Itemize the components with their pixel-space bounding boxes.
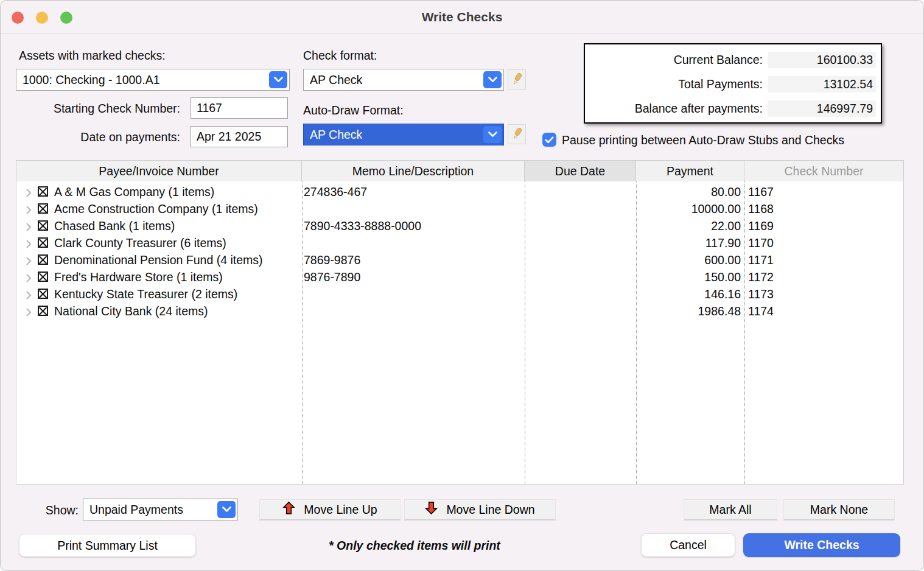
write-checks-window: Write Checks Assets with marked checks: … — [0, 0, 924, 571]
traffic-lights — [12, 12, 72, 24]
move-line-up-label: Move Line Up — [304, 503, 377, 517]
table-row[interactable]: Clark County Treasurer (6 items) 117.90 … — [16, 234, 903, 251]
column-header-memo[interactable]: Memo Line/Description — [302, 161, 525, 181]
payee-cell: Chased Bank (1 items) — [54, 217, 301, 234]
disclosure-chevron-icon[interactable] — [26, 306, 32, 320]
table-row[interactable]: Kentucky State Treasurer (2 items) 146.1… — [16, 286, 903, 303]
autodraw-format-label: Auto-Draw Format: — [303, 103, 404, 117]
print-summary-list-label: Print Summary List — [57, 539, 158, 553]
move-line-up-button[interactable]: Move Line Up — [259, 499, 401, 520]
starting-check-label: Starting Check Number: — [19, 102, 180, 116]
check-number-cell: 1168 — [748, 200, 870, 217]
total-payments-label: Total Payments: — [585, 77, 763, 91]
row-checked-checkbox[interactable] — [38, 254, 48, 265]
table-row[interactable]: Denominational Pension Fund (4 items) 78… — [16, 251, 903, 268]
disclosure-chevron-icon[interactable] — [26, 204, 32, 218]
table-row[interactable]: Fred's Hardware Store (1 items) 9876-789… — [16, 268, 903, 286]
current-balance-value: 160100.33 — [768, 52, 876, 68]
autodraw-format-select[interactable]: AP Check — [303, 124, 504, 145]
print-summary-list-button[interactable]: Print Summary List — [19, 534, 196, 557]
column-header-payment[interactable]: Payment — [636, 161, 744, 181]
payment-cell: 1986.48 — [636, 303, 741, 320]
payment-cell: 22.00 — [636, 217, 741, 234]
memo-cell: 7890-4333-8888-0000 — [304, 217, 523, 234]
disclosure-chevron-icon[interactable] — [26, 272, 32, 286]
due-date-cell — [528, 183, 632, 200]
row-checked-checkbox[interactable] — [38, 203, 48, 214]
date-on-payments-value: Apr 21 2025 — [197, 130, 261, 144]
move-line-down-button[interactable]: Move Line Down — [404, 499, 556, 520]
check-number-cell: 1173 — [748, 286, 870, 303]
starting-check-value: 1167 — [197, 101, 222, 115]
edit-autodraw-format-button[interactable] — [508, 124, 526, 144]
row-checked-checkbox[interactable] — [38, 186, 48, 197]
starting-check-input[interactable]: 1167 — [191, 97, 288, 119]
autodraw-format-value: AP Check — [310, 128, 362, 142]
mark-all-button[interactable]: Mark All — [684, 499, 777, 520]
row-checked-checkbox[interactable] — [38, 289, 48, 299]
minimize-window-button[interactable] — [36, 12, 48, 24]
pencil-icon — [511, 72, 523, 87]
zoom-window-button[interactable] — [60, 12, 72, 24]
cancel-button[interactable]: Cancel — [641, 533, 735, 557]
table-row[interactable]: A & M Gas Company (1 items) 274836-467 8… — [16, 183, 903, 200]
column-header-payee[interactable]: Payee/Invoice Number — [16, 161, 302, 181]
row-checked-checkbox[interactable] — [38, 237, 48, 248]
payment-cell: 600.00 — [636, 251, 741, 268]
checks-table: Payee/Invoice Number Memo Line/Descripti… — [16, 160, 904, 485]
assets-label: Assets with marked checks: — [19, 49, 166, 63]
payment-cell: 117.90 — [636, 234, 741, 251]
table-row[interactable]: National City Bank (24 items) 1986.48 11… — [16, 303, 903, 320]
disclosure-chevron-icon[interactable] — [26, 289, 32, 303]
pause-printing-checkbox[interactable] — [542, 133, 556, 147]
row-checked-checkbox[interactable] — [38, 220, 48, 231]
disclosure-chevron-icon[interactable] — [26, 238, 32, 252]
table-header: Payee/Invoice Number Memo Line/Descripti… — [16, 161, 903, 181]
pencil-icon — [511, 127, 523, 142]
due-date-cell — [528, 268, 632, 286]
due-date-cell — [528, 251, 632, 268]
show-filter-select[interactable]: Unpaid Payments — [83, 499, 238, 520]
check-number-cell: 1167 — [748, 183, 870, 200]
disclosure-chevron-icon[interactable] — [26, 187, 32, 201]
chevron-down-icon — [483, 126, 502, 143]
row-checked-checkbox[interactable] — [38, 271, 48, 282]
balance-summary-box: Current Balance: 160100.33 Total Payment… — [584, 43, 882, 124]
close-window-button[interactable] — [12, 12, 24, 24]
check-number-cell: 1171 — [748, 251, 870, 268]
payee-cell: Kentucky State Treasurer (2 items) — [54, 286, 301, 303]
disclosure-chevron-icon[interactable] — [26, 221, 32, 235]
check-format-select[interactable]: AP Check — [303, 69, 504, 91]
mark-all-label: Mark All — [709, 503, 751, 517]
cancel-label: Cancel — [670, 538, 707, 552]
payee-cell: A & M Gas Company (1 items) — [54, 183, 301, 200]
show-filter-value: Unpaid Payments — [89, 503, 183, 517]
memo-cell — [304, 200, 523, 217]
payee-cell: Denominational Pension Fund (4 items) — [54, 251, 301, 268]
check-number-cell: 1174 — [748, 303, 870, 320]
mark-none-label: Mark None — [810, 503, 868, 517]
table-row[interactable]: Chased Bank (1 items) 7890-4333-8888-000… — [16, 217, 903, 234]
memo-cell — [304, 303, 523, 320]
column-header-due-date[interactable]: Due Date — [525, 161, 636, 181]
move-line-down-label: Move Line Down — [446, 503, 534, 517]
mark-none-button[interactable]: Mark None — [783, 499, 895, 520]
table-row[interactable]: Acme Construction Company (1 items) 1000… — [16, 200, 903, 217]
edit-check-format-button[interactable] — [508, 69, 526, 89]
chevron-down-icon — [217, 501, 236, 518]
check-number-cell: 1169 — [748, 217, 870, 234]
date-on-payments-input[interactable]: Apr 21 2025 — [191, 126, 288, 147]
check-number-cell: 1172 — [748, 268, 870, 286]
checked-items-note: * Only checked items will print — [278, 539, 551, 553]
write-checks-button[interactable]: Write Checks — [743, 533, 900, 557]
write-checks-label: Write Checks — [784, 538, 859, 552]
row-checked-checkbox[interactable] — [38, 306, 48, 316]
disclosure-chevron-icon[interactable] — [26, 255, 32, 269]
due-date-cell — [528, 217, 632, 234]
column-header-check-number[interactable]: Check Number — [744, 161, 903, 181]
due-date-cell — [528, 234, 632, 251]
assets-select[interactable]: 1000: Checking - 1000.A1 — [16, 69, 290, 91]
check-number-cell: 1170 — [748, 234, 870, 251]
payment-cell: 146.16 — [636, 286, 741, 303]
chevron-down-icon — [269, 71, 287, 88]
